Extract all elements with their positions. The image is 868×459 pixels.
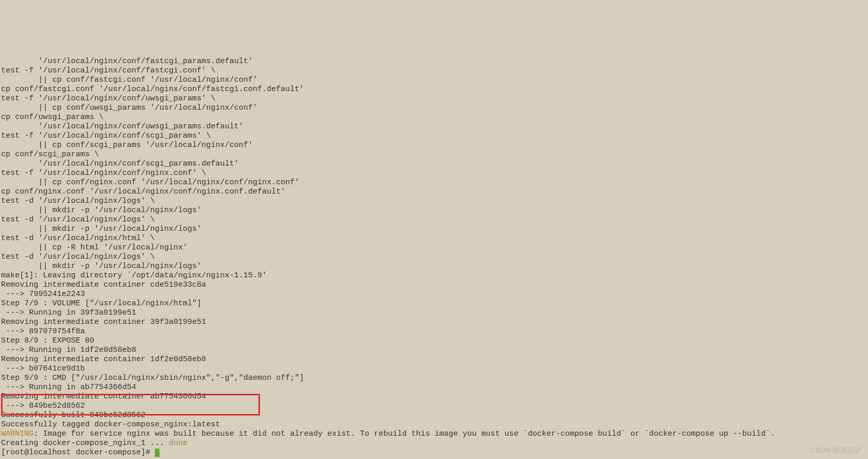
terminal-line: || cp -R html '/usr/local/nginx' — [1, 243, 867, 253]
terminal-line: Step 8/9 : EXPOSE 80 — [1, 336, 867, 346]
terminal-line: cp conf/scgi_params \ — [1, 150, 867, 159]
terminal-line: test -d '/usr/local/nginx/logs' \ — [1, 253, 867, 262]
terminal-line: test -f '/usr/local/nginx/conf/scgi_para… — [1, 131, 867, 141]
terminal-line: cp conf/fastcgi.conf '/usr/local/nginx/c… — [1, 85, 867, 94]
terminal-line: test -f '/usr/local/nginx/conf/uwsgi_par… — [1, 94, 867, 103]
terminal-line: cp conf/nginx.conf '/usr/local/nginx/con… — [1, 187, 867, 197]
terminal-line: ---> 849be52d8562 — [1, 402, 867, 411]
warning-text: : Image for service nginx was built beca… — [34, 430, 775, 438]
terminal-line: Step 7/9 : VOLUME ["/usr/local/nginx/htm… — [1, 299, 867, 308]
terminal-line: '/usr/local/nginx/conf/scgi_params.defau… — [1, 159, 867, 169]
terminal-line: ---> Running in 1df2e0d58eb8 — [1, 346, 867, 355]
terminal-line: test -f '/usr/local/nginx/conf/nginx.con… — [1, 169, 867, 178]
terminal-warning-line: WARNING: Image for service nginx was bui… — [1, 430, 867, 439]
terminal-line: || cp conf/nginx.conf '/usr/local/nginx/… — [1, 178, 867, 187]
terminal-line: || mkdir -p '/usr/local/nginx/logs' — [1, 262, 867, 271]
terminal-line: || mkdir -p '/usr/local/nginx/logs' — [1, 225, 867, 234]
terminal-line: ---> 7995241e2243 — [1, 290, 867, 299]
terminal-line: test -d '/usr/local/nginx/logs' \ — [1, 197, 867, 206]
terminal-line: make[1]: Leaving directory `/opt/data/ng… — [1, 271, 867, 280]
terminal-creating-line: Creating docker-compose_nginx_1 ... done — [1, 439, 867, 448]
terminal-line: Successfully built 849be52d8562 — [1, 411, 867, 420]
terminal-line: ---> Running in ab7754366d54 — [1, 383, 867, 392]
watermark: CSDN @我是驴 — [810, 446, 862, 455]
terminal-line: Step 9/9 : CMD ["/usr/local/nginx/sbin/n… — [1, 374, 867, 383]
creating-text: Creating docker-compose_nginx_1 ... — [1, 439, 169, 448]
terminal-line: Removing intermediate container 39f3a019… — [1, 318, 867, 327]
warning-label: WARNING — [1, 430, 34, 438]
terminal-line: test -d '/usr/local/nginx/html' \ — [1, 234, 867, 243]
shell-prompt: [root@localhost docker-compose]# — [1, 448, 155, 457]
terminal-line: ---> 897079754f8a — [1, 327, 867, 336]
done-label: done — [169, 439, 187, 448]
terminal-line: Removing intermediate container ab775436… — [1, 392, 867, 402]
terminal-line: || mkdir -p '/usr/local/nginx/logs' — [1, 206, 867, 215]
terminal-line: Removing intermediate container cde519e3… — [1, 280, 867, 290]
terminal-wrapper: '/usr/local/nginx/conf/fastcgi_params.de… — [1, 38, 867, 459]
terminal-line: Removing intermediate container 1df2e0d5… — [1, 355, 867, 364]
terminal-line: || cp conf/fastcgi.conf '/usr/local/ngin… — [1, 76, 867, 85]
terminal-line: Successfully tagged docker-compose_nginx… — [1, 420, 867, 430]
terminal-line: test -d '/usr/local/nginx/logs' \ — [1, 215, 867, 225]
terminal-line: '/usr/local/nginx/conf/uwsgi_params.defa… — [1, 122, 867, 131]
cursor-block — [155, 449, 160, 457]
terminal-line: ---> b07641ce9d1b — [1, 364, 867, 374]
terminal-line: ---> Running in 39f3a0199e51 — [1, 308, 867, 318]
terminal-line: test -f '/usr/local/nginx/conf/fastcgi.c… — [1, 66, 867, 76]
terminal-line: cp conf/uwsgi_params \ — [1, 113, 867, 122]
terminal-output[interactable]: '/usr/local/nginx/conf/fastcgi_params.de… — [1, 57, 867, 457]
terminal-line: || cp conf/scgi_params '/usr/local/nginx… — [1, 141, 867, 150]
terminal-prompt-line[interactable]: [root@localhost docker-compose]# — [1, 448, 867, 457]
terminal-line: '/usr/local/nginx/conf/fastcgi_params.de… — [1, 57, 867, 66]
terminal-line: || cp conf/uwsgi_params '/usr/local/ngin… — [1, 103, 867, 113]
